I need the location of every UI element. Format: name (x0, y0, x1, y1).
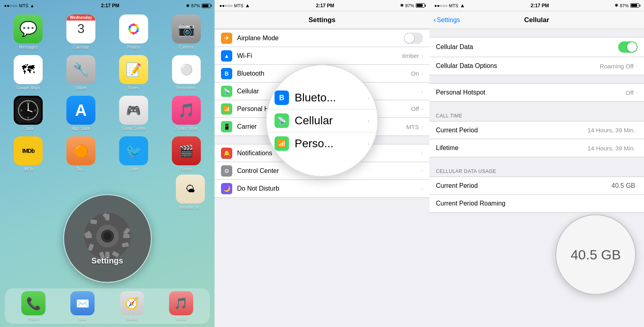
music-label: Music (176, 317, 186, 321)
dock-phone[interactable]: 📞 Phone (21, 291, 45, 321)
app-item-clock[interactable]: 12 3 6 9 Clock (5, 96, 52, 131)
settings-nav-title: Settings (308, 16, 335, 24)
weathern-icon[interactable]: 🌤 (176, 175, 205, 204)
cellular-data-row[interactable]: Cellular Data (429, 37, 644, 57)
reminders-icon[interactable]: ⚪ (172, 55, 201, 84)
itunes-icon[interactable]: 🎵 (172, 96, 201, 125)
twitter-icon[interactable]: 🐦 (119, 136, 148, 165)
wifi-3: ▲ (460, 2, 465, 8)
bluetooth-2: ✱ (400, 3, 404, 8)
app-item-itunes[interactable]: 🎵 iTunes Store (163, 96, 210, 131)
app-item-calendar[interactable]: Wednesday 3 Calendar (58, 14, 105, 49)
gmaps-icon[interactable]: 🗺 (14, 55, 43, 84)
app-item-twitter[interactable]: 🐦 ...tter (110, 136, 157, 171)
music-icon[interactable]: 🎵 (169, 291, 193, 315)
appstore-label: App Store (72, 126, 90, 131)
carrier-2: ●●○○○ MTS (219, 3, 244, 8)
magnify-personal-label: Perso... (295, 137, 367, 150)
photos-label: Photos (127, 45, 140, 49)
app-item-notes[interactable]: 📝 Notes (110, 55, 157, 90)
dock-music[interactable]: 🎵 Music (169, 291, 193, 321)
clock-label: Clock (23, 126, 33, 131)
airplane-mode-row[interactable]: ✈ Airplane Mode (215, 29, 429, 47)
status-left-3: ●●○○○ MTS ▲ (434, 2, 465, 8)
dnd-row[interactable]: 🌙 Do Not Disturb › (215, 180, 429, 197)
wifi-icon: ▲ (30, 3, 34, 8)
du-label: Du... (77, 167, 85, 171)
safari-icon[interactable]: 🧭 (120, 291, 144, 315)
calendar-day-label: Wednesday (66, 14, 95, 21)
personal-hotspot-chevron: › (636, 90, 638, 95)
panel-3-cellular: ●●○○○ MTS ▲ 2:17 PM ✱ 87% ‹ Settings Cel… (429, 0, 644, 327)
clock-display-1: 2:17 PM (101, 3, 119, 8)
personal-hotspot-row[interactable]: Personal Hotspot Off › (429, 84, 644, 101)
magnify-bluetooth-label: Blueto... (295, 91, 367, 104)
current-period-data-value: 40.5 GB (611, 182, 635, 189)
calendar-label: Calendar (73, 45, 89, 49)
imdb-label: IMDb (23, 167, 33, 171)
camera-label: Camera (179, 45, 194, 49)
cellular-screen: ●●○○○ MTS ▲ 2:17 PM ✱ 87% ‹ Settings Cel… (429, 0, 644, 327)
dock-mail[interactable]: ✉️ Mail (70, 291, 95, 321)
safari-label: Safari (127, 317, 137, 321)
battery-icon-3 (630, 3, 639, 8)
dnd-chevron: › (421, 186, 423, 191)
signal-indicator: ●●○○○ (4, 3, 17, 8)
battery-fill-1 (202, 4, 208, 7)
airplane-toggle[interactable] (404, 33, 423, 44)
app-item-photos[interactable]: Photos (110, 14, 157, 49)
clock-icon[interactable]: 12 3 6 9 (14, 96, 43, 125)
phone-icon[interactable]: 📞 (21, 291, 45, 315)
lifetime-call-value: 14 Hours, 39 Min. (588, 145, 635, 152)
app-item-messages[interactable]: 💬 Messages (5, 14, 52, 49)
notes-icon[interactable]: 📝 (119, 55, 148, 84)
camera-icon[interactable]: 📷 (172, 14, 201, 43)
cellular-options-row[interactable]: Cellular Data Options Roaming Off › (429, 57, 644, 75)
flixster-label: Flixster (180, 167, 193, 171)
app-item-imdb[interactable]: IMDb IMDb (5, 136, 52, 171)
appstore-icon[interactable]: A (66, 96, 95, 125)
cellular-options-label: Cellular Data Options (436, 62, 600, 70)
cellular-data-toggle[interactable] (618, 41, 638, 53)
battery-percent-1: 87% (191, 3, 200, 8)
wifi-chevron: › (421, 53, 423, 59)
du-icon[interactable]: 🟠 (66, 136, 95, 165)
app-item-appstore[interactable]: A App Store (58, 96, 105, 131)
notifications-chevron: › (421, 150, 423, 156)
wifi-settings-icon: ▲ (221, 50, 232, 62)
battery-icon-2 (416, 3, 425, 8)
app-grid: 💬 Messages Wednesday 3 Calendar (0, 11, 215, 175)
app-item-utilities[interactable]: 🔧 Utilities (58, 55, 105, 90)
lifetime-call-label: Lifetime (436, 144, 588, 152)
photos-icon[interactable] (119, 14, 148, 43)
app-item-weathern[interactable]: 🌤 Weather N... (176, 175, 205, 210)
app-item-gmaps[interactable]: 🗺 Google Maps (5, 55, 52, 90)
wifi-row[interactable]: ▲ Wi-Fi timber › (215, 47, 429, 65)
current-period-call-value: 14 Hours, 39 Min. (588, 127, 635, 134)
back-button[interactable]: ‹ Settings (433, 16, 460, 24)
app-item-du[interactable]: 🟠 Du... (58, 136, 105, 171)
flixster-icon[interactable]: 🎬 (172, 136, 201, 165)
app-item-gamecenter[interactable]: 🎮 Game Center (110, 96, 157, 131)
messages-icon[interactable]: 💬 (14, 14, 43, 43)
dock-safari[interactable]: 🧭 Safari (120, 291, 144, 321)
battery-icon-1 (202, 4, 211, 8)
imdb-icon[interactable]: IMDb (14, 136, 43, 165)
utilities-icon[interactable]: 🔧 (66, 55, 95, 84)
gamecenter-icon[interactable]: 🎮 (119, 96, 148, 125)
mail-icon[interactable]: ✉️ (70, 291, 95, 315)
app-item-flixster[interactable]: 🎬 Flixster (163, 136, 210, 171)
app-item-camera[interactable]: 📷 Camera (163, 14, 210, 49)
cellular-content: Cellular Data Cellular Data Options Roam… (429, 29, 644, 327)
app-item-reminders[interactable]: ⚪ Reminders (163, 55, 210, 90)
dnd-label: Do Not Disturb (237, 185, 421, 192)
status-right-3: ✱ 87% (615, 3, 639, 8)
gmaps-label: Google Maps (17, 86, 40, 90)
current-period-call-row: Current Period 14 Hours, 39 Min. (429, 121, 644, 139)
hotspot-chevron: › (421, 106, 423, 112)
calendar-icon[interactable]: Wednesday 3 (66, 14, 95, 43)
hotspot-icon: 📶 (221, 103, 232, 115)
svg-text:6: 6 (27, 116, 29, 119)
magnify-personal-icon: 📶 (275, 136, 289, 151)
clock-3: 2:17 PM (530, 3, 549, 8)
